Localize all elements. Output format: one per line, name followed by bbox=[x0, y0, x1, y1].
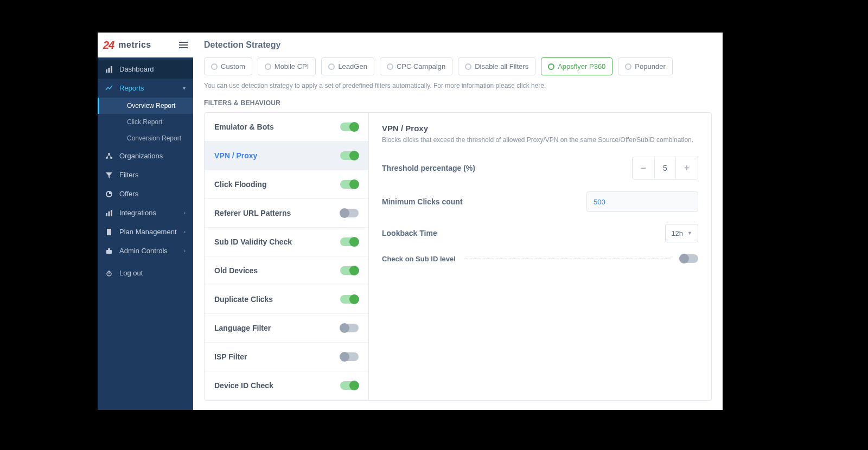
check-circle-icon bbox=[625, 63, 631, 70]
svg-point-4 bbox=[106, 157, 108, 159]
sidebar-item-offers[interactable]: Offers bbox=[98, 184, 193, 203]
toggle-old-devices[interactable] bbox=[340, 266, 359, 275]
sidebar-item-label: Integrations bbox=[119, 209, 156, 217]
filter-detail: VPN / Proxy Blocks clicks that exceed th… bbox=[369, 113, 711, 400]
strategy-label: LeadGen bbox=[338, 62, 367, 70]
sidebar-subitem-overview-report[interactable]: Overview Report bbox=[98, 98, 193, 114]
pie-icon bbox=[105, 190, 113, 198]
main-content: Detection Strategy Custom Mobile CPI Lea… bbox=[193, 33, 723, 410]
strategy-leadgen[interactable]: LeadGen bbox=[321, 57, 374, 75]
hamburger-icon[interactable] bbox=[179, 42, 188, 48]
filter-row-isp-filter[interactable]: ISP Filter bbox=[205, 343, 368, 371]
strategy-label: Popunder bbox=[635, 62, 665, 70]
section-label: FILTERS & BEHAVIOUR bbox=[204, 99, 712, 107]
toggle-isp-filter[interactable] bbox=[340, 352, 359, 361]
filter-row-click-flooding[interactable]: Click Flooding bbox=[205, 170, 368, 199]
sidebar-subitem-click-report[interactable]: Click Report bbox=[98, 114, 193, 130]
app-window: 24 metrics Dashboard Reports ▾ Overview … bbox=[98, 33, 723, 410]
threshold-increment-button[interactable]: + bbox=[676, 157, 698, 179]
filter-list: Emulator & Bots VPN / Proxy Click Floodi… bbox=[205, 113, 369, 400]
nav-sub-reports: Overview Report Click Report Conversion … bbox=[98, 98, 193, 146]
check-circle-icon bbox=[387, 63, 393, 70]
chevron-right-icon: › bbox=[184, 210, 186, 216]
toggle-duplicate-clicks[interactable] bbox=[340, 295, 359, 304]
toggle-click-flooding[interactable] bbox=[340, 180, 359, 189]
sidebar-item-logout[interactable]: Log out bbox=[98, 263, 193, 282]
min-clicks-label: Minimum Clicks count bbox=[382, 197, 463, 206]
lookback-label: Lookback Time bbox=[382, 229, 437, 237]
min-clicks-input[interactable] bbox=[586, 191, 698, 212]
filter-name: Click Flooding bbox=[214, 180, 266, 189]
sidebar-subitem-conversion-report[interactable]: Conversion Report bbox=[98, 130, 193, 146]
filter-row-subid-validity[interactable]: Sub ID Validity Check bbox=[205, 228, 368, 256]
lookback-row: Lookback Time 12h ▼ bbox=[382, 224, 698, 242]
check-circle-icon bbox=[328, 63, 335, 70]
sidebar-item-label: Offers bbox=[119, 190, 138, 198]
strategy-label: Mobile CPI bbox=[275, 62, 309, 70]
threshold-row: Threshold percentage (%) − 5 + bbox=[382, 157, 698, 179]
lookback-select[interactable]: 12h ▼ bbox=[665, 224, 698, 242]
chevron-down-icon: ▼ bbox=[687, 230, 692, 236]
threshold-value: 5 bbox=[654, 157, 676, 179]
subid-row: Check on Sub ID level bbox=[382, 254, 698, 263]
lookback-value: 12h bbox=[671, 229, 683, 237]
sidebar-item-integrations[interactable]: Integrations › bbox=[98, 203, 193, 222]
subid-label: Check on Sub ID level bbox=[382, 255, 456, 263]
strategy-disable-all[interactable]: Disable all Filters bbox=[458, 57, 535, 75]
svg-rect-13 bbox=[108, 248, 110, 250]
filter-row-emulator-bots[interactable]: Emulator & Bots bbox=[205, 113, 368, 142]
sidebar: 24 metrics Dashboard Reports ▾ Overview … bbox=[98, 33, 193, 410]
strategy-custom[interactable]: Custom bbox=[204, 57, 252, 75]
doc-icon bbox=[105, 228, 113, 236]
filter-row-referer-url[interactable]: Referer URL Patterns bbox=[205, 199, 368, 228]
toggle-subid-validity[interactable] bbox=[340, 237, 359, 246]
strategy-label: Custom bbox=[221, 62, 245, 70]
check-circle-icon bbox=[465, 63, 471, 70]
sidebar-item-plan-management[interactable]: Plan Management › bbox=[98, 222, 193, 241]
sidebar-item-label: Reports bbox=[119, 84, 144, 92]
threshold-stepper: − 5 + bbox=[632, 157, 698, 179]
svg-rect-1 bbox=[108, 68, 110, 73]
divider-dots bbox=[464, 259, 671, 259]
filter-row-duplicate-clicks[interactable]: Duplicate Clicks bbox=[205, 285, 368, 314]
filter-row-vpn-proxy[interactable]: VPN / Proxy bbox=[205, 142, 368, 170]
check-circle-icon bbox=[211, 63, 218, 70]
toggle-emulator-bots[interactable] bbox=[340, 123, 359, 131]
toggle-device-id-check[interactable] bbox=[340, 381, 359, 390]
detail-title: VPN / Proxy bbox=[382, 124, 698, 133]
svg-rect-0 bbox=[106, 69, 107, 73]
toggle-referer-url[interactable] bbox=[340, 209, 359, 217]
bar-chart-icon bbox=[105, 66, 113, 73]
min-clicks-row: Minimum Clicks count bbox=[382, 191, 698, 212]
strategy-cpc-campaign[interactable]: CPC Campaign bbox=[380, 57, 452, 75]
filter-row-old-devices[interactable]: Old Devices bbox=[205, 256, 368, 285]
filter-row-device-id-check[interactable]: Device ID Check bbox=[205, 371, 368, 400]
toggle-subid-level[interactable] bbox=[680, 254, 698, 263]
filter-name: Referer URL Patterns bbox=[214, 209, 291, 217]
strategy-popunder[interactable]: Popunder bbox=[618, 57, 672, 75]
sidebar-item-admin-controls[interactable]: Admin Controls › bbox=[98, 241, 193, 260]
threshold-decrement-button[interactable]: − bbox=[633, 157, 654, 179]
brand-logo: 24 bbox=[103, 39, 114, 52]
sidebar-item-reports[interactable]: Reports ▾ bbox=[98, 79, 193, 98]
svg-point-5 bbox=[110, 157, 112, 159]
check-circle-icon bbox=[548, 63, 554, 70]
strategy-mobile-cpi[interactable]: Mobile CPI bbox=[258, 57, 316, 75]
sidebar-item-organizations[interactable]: Organizations bbox=[98, 146, 193, 165]
sidebar-item-dashboard[interactable]: Dashboard bbox=[98, 60, 193, 79]
strategy-appsflyer-p360[interactable]: Appsflyer P360 bbox=[541, 57, 612, 75]
chevron-right-icon: › bbox=[184, 248, 186, 254]
trend-icon bbox=[105, 85, 113, 92]
filter-row-language-filter[interactable]: Language Filter bbox=[205, 314, 368, 343]
toggle-language-filter[interactable] bbox=[340, 324, 359, 332]
svg-rect-8 bbox=[106, 213, 107, 216]
filter-name: Emulator & Bots bbox=[214, 123, 274, 131]
check-circle-icon bbox=[265, 63, 271, 70]
bar-chart-icon bbox=[105, 209, 113, 217]
toolbox-icon bbox=[105, 247, 113, 255]
filter-name: ISP Filter bbox=[214, 352, 247, 361]
svg-rect-9 bbox=[108, 211, 110, 216]
toggle-vpn-proxy[interactable] bbox=[340, 151, 359, 160]
threshold-label: Threshold percentage (%) bbox=[382, 164, 475, 172]
sidebar-item-filters[interactable]: Filters bbox=[98, 165, 193, 184]
